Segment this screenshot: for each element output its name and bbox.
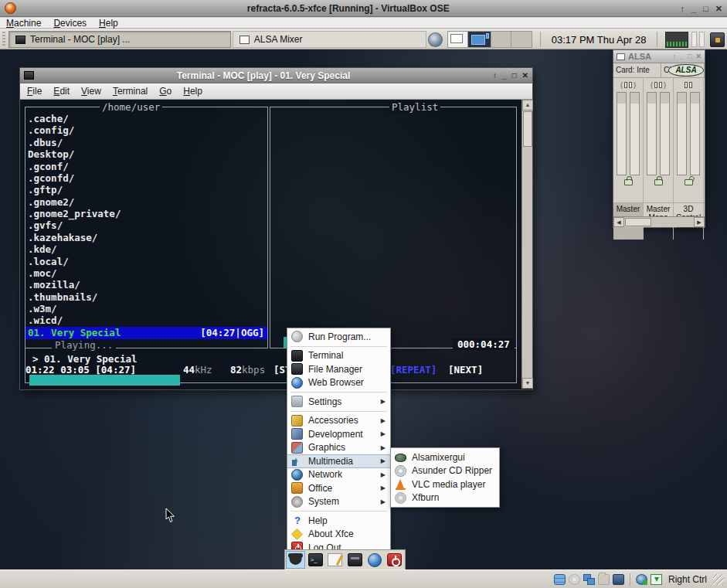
volume-slider[interactable] [690, 92, 700, 175]
mouse-integration-icon[interactable] [636, 574, 647, 585]
scroll-down-icon[interactable]: ▼ [522, 378, 533, 389]
file-entry[interactable]: Desktop/ [26, 148, 267, 160]
menu-item-help[interactable]: Help [287, 514, 390, 528]
menu-item-alsamixergui[interactable]: Alsamixergui [391, 450, 499, 464]
menu-item-asunder[interactable]: Asunder CD Ripper [391, 464, 499, 478]
file-entry[interactable]: .gconfd/ [26, 172, 267, 184]
file-entry[interactable]: .kde/ [26, 243, 267, 255]
minimize-button[interactable]: _ [691, 3, 696, 14]
vbox-titlebar[interactable]: refracta-6.0.5-xfce [Running] - VirtualB… [0, 0, 727, 17]
file-entry[interactable]: .gvfs/ [26, 219, 267, 231]
menu-file[interactable]: File [27, 86, 42, 97]
network-icon[interactable] [583, 574, 595, 585]
menu-view[interactable]: View [81, 86, 101, 97]
shared-folders-icon[interactable] [598, 574, 610, 585]
hard-disk-icon[interactable] [554, 574, 566, 585]
volume-slider[interactable] [617, 92, 627, 175]
menu-item-network[interactable]: Network ▶ [287, 468, 390, 482]
menu-devices[interactable]: Devices [53, 18, 87, 29]
lock-icon[interactable] [654, 179, 663, 185]
file-entry[interactable]: .config/ [26, 124, 267, 136]
file-entry[interactable]: .thumbnails/ [26, 291, 267, 303]
lock-icon[interactable] [624, 179, 633, 185]
menu-item-multimedia[interactable]: Multimedia ▶ [287, 454, 390, 468]
terminal-scrollbar[interactable]: ▲ ▼ [521, 100, 532, 389]
minimize-button[interactable]: _ [680, 53, 684, 60]
scrollbar-thumb[interactable] [523, 111, 532, 147]
close-button[interactable]: ✕ [715, 3, 722, 14]
menu-item-accessories[interactable]: Accessories ▶ [287, 414, 390, 428]
menu-item-about-xfce[interactable]: About Xfce [287, 528, 390, 542]
alsa-titlebar[interactable]: ALSA ↑ _ □ ✕ [613, 50, 705, 63]
workspace-pager[interactable] [447, 31, 532, 48]
terminal-titlebar[interactable]: Terminal - MOC [play] - 01. Very Special… [20, 68, 532, 83]
workspace-2-active[interactable] [468, 32, 491, 47]
dock-text-editor-button[interactable] [325, 551, 345, 569]
auto-resize-icon[interactable] [651, 574, 662, 585]
taskbar-button-alsa-mixer[interactable]: ALSA Mixer [233, 31, 426, 48]
menu-item-terminal[interactable]: Terminal [287, 349, 390, 363]
speaker-icon[interactable]: () [651, 78, 666, 92]
menu-item-vlc[interactable]: VLC media player [391, 478, 499, 491]
file-entry[interactable]: .kazehakase/ [26, 232, 267, 243]
close-button[interactable]: ✕ [695, 53, 702, 60]
menu-item-settings[interactable]: Settings ▶ [287, 395, 390, 409]
file-entry[interactable]: .cache/ [26, 113, 267, 124]
speaker-icon[interactable]: () [620, 78, 636, 92]
file-entry[interactable]: .w3m/ [26, 303, 267, 314]
maximize-button[interactable]: □ [688, 53, 691, 60]
maximize-button[interactable]: □ [703, 3, 708, 14]
menu-item-system[interactable]: System ▶ [287, 495, 390, 509]
workspace-1[interactable] [448, 32, 468, 47]
speaker-icon[interactable] [685, 78, 692, 92]
dock-terminal-button[interactable]: >_ [306, 551, 325, 569]
menu-item-development[interactable]: Development ▶ [287, 427, 390, 441]
scroll-left-icon[interactable]: ◀ [613, 217, 624, 227]
taskbar-button-terminal[interactable]: Terminal - MOC [play] ... [8, 31, 231, 48]
file-entry[interactable]: .gftp/ [26, 184, 267, 195]
close-button[interactable]: ✕ [522, 71, 528, 80]
volume-slider[interactable] [630, 92, 640, 175]
menu-go[interactable]: Go [159, 86, 172, 97]
dock-xfce-menu-button[interactable] [286, 551, 305, 569]
clock[interactable]: 03:17 PM Thu Apr 28 [545, 34, 653, 46]
file-entry[interactable]: .dbus/ [26, 137, 267, 148]
menu-terminal[interactable]: Terminal [113, 86, 148, 97]
menu-item-file-manager[interactable]: File Manager [287, 362, 390, 376]
selected-track-row[interactable]: 01. Very Special [04:27|OGG] [25, 327, 267, 339]
resize-grip[interactable] [713, 574, 724, 585]
menu-help[interactable]: Help [99, 18, 118, 29]
dock-web-browser-button[interactable] [365, 551, 385, 569]
maximize-button[interactable]: □ [512, 71, 517, 80]
menu-help[interactable]: Help [183, 86, 202, 97]
menu-item-web-browser[interactable]: Web Browser [287, 376, 390, 390]
menu-item-run-program[interactable]: Run Program... [287, 330, 390, 344]
volume-slider[interactable] [660, 92, 670, 175]
volume-icon[interactable] [428, 32, 443, 47]
screen-lock-icon[interactable] [710, 32, 725, 47]
minimize-button[interactable]: _ [502, 71, 507, 80]
horizontal-scrollbar[interactable]: ◀ ▶ [613, 216, 705, 227]
menu-edit[interactable]: Edit [53, 86, 70, 97]
scrollbar-thumb[interactable] [625, 218, 651, 226]
volume-slider[interactable] [647, 92, 657, 175]
menu-item-graphics[interactable]: Graphics ▶ [287, 441, 390, 455]
file-entry[interactable]: .local/ [26, 256, 267, 267]
scroll-right-icon[interactable]: ▶ [694, 217, 705, 227]
file-entry[interactable]: .gnome2/ [26, 196, 267, 208]
menu-item-office[interactable]: Office ▶ [287, 481, 390, 495]
moc-progress-bar[interactable] [29, 375, 180, 386]
display-icon[interactable] [613, 574, 624, 585]
panel-handle[interactable] [2, 32, 5, 47]
workspace-4[interactable] [511, 32, 532, 47]
file-entry[interactable]: .gconf/ [26, 161, 267, 172]
menu-item-xfburn[interactable]: Xfburn [391, 491, 499, 505]
shade-button[interactable]: ↑ [673, 53, 677, 60]
volume-slider[interactable] [677, 92, 687, 175]
file-entry[interactable]: .gnome2_private/ [26, 208, 267, 219]
file-entry[interactable]: .mozilla/ [26, 279, 267, 291]
menu-machine[interactable]: Machine [6, 18, 41, 29]
workspace-3[interactable] [491, 32, 511, 47]
shade-button[interactable]: ↑ [681, 3, 685, 14]
scroll-up-icon[interactable]: ▲ [522, 100, 533, 110]
